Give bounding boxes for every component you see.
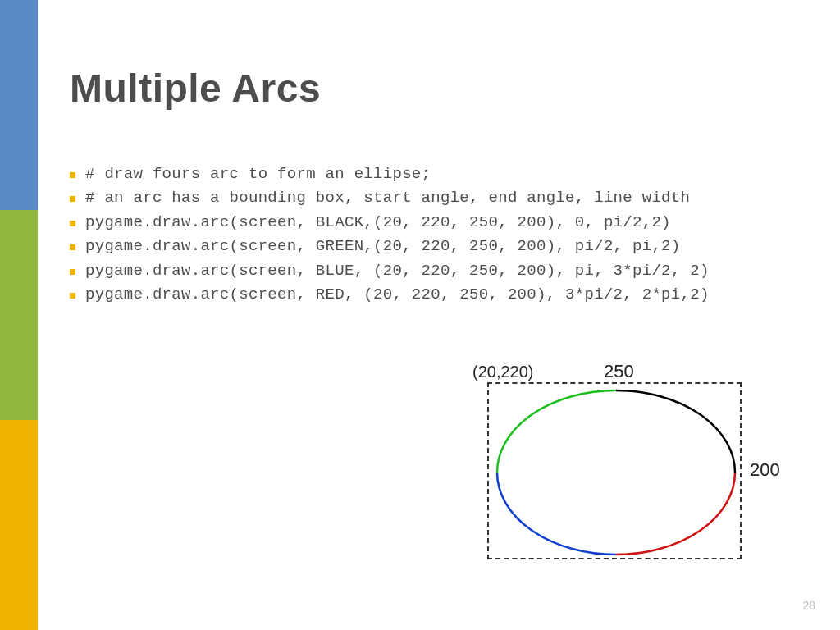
list-item: # draw fours arc to form an ellipse;	[70, 162, 792, 186]
arc-diagram: (20,220) 250 200	[472, 382, 751, 563]
bullet-text: pygame.draw.arc(screen, BLACK,(20, 220, …	[85, 211, 671, 235]
list-item: # an arc has a bounding box, start angle…	[70, 186, 792, 210]
bullet-text: pygame.draw.arc(screen, BLUE, (20, 220, …	[85, 259, 710, 283]
stripe-green	[0, 210, 38, 420]
bullet-icon	[70, 293, 75, 299]
stripe-blue	[0, 0, 38, 210]
bullet-icon	[70, 244, 75, 250]
list-item: pygame.draw.arc(screen, BLACK,(20, 220, …	[70, 211, 792, 235]
bullet-list: # draw fours arc to form an ellipse; # a…	[70, 162, 792, 308]
arc-svg	[489, 384, 743, 561]
origin-label: (20,220)	[472, 363, 534, 381]
bullet-text: pygame.draw.arc(screen, GREEN,(20, 220, …	[85, 235, 681, 258]
list-item: pygame.draw.arc(screen, GREEN,(20, 220, …	[70, 235, 792, 258]
blue-arc	[497, 472, 616, 555]
slide-title: Multiple Arcs	[70, 66, 321, 111]
bullet-text: # an arc has a bounding box, start angle…	[85, 186, 690, 210]
list-item: pygame.draw.arc(screen, BLUE, (20, 220, …	[70, 259, 792, 283]
bullet-text: # draw fours arc to form an ellipse;	[85, 162, 431, 186]
bullet-icon	[70, 269, 75, 275]
black-arc	[616, 390, 735, 472]
bullet-text: pygame.draw.arc(screen, RED, (20, 220, 2…	[85, 283, 710, 307]
red-arc	[616, 472, 735, 555]
page-number: 28	[802, 599, 815, 612]
list-item: pygame.draw.arc(screen, RED, (20, 220, 2…	[70, 283, 792, 307]
bounding-box	[487, 382, 742, 559]
bullet-icon	[70, 221, 75, 226]
stripe-amber	[0, 420, 38, 630]
sidebar-stripes	[0, 0, 38, 630]
slide: Multiple Arcs # draw fours arc to form a…	[0, 0, 840, 630]
green-arc	[497, 390, 616, 472]
height-label: 200	[750, 459, 780, 481]
bullet-icon	[70, 196, 75, 202]
width-label: 250	[604, 361, 634, 382]
bullet-icon	[70, 172, 75, 178]
